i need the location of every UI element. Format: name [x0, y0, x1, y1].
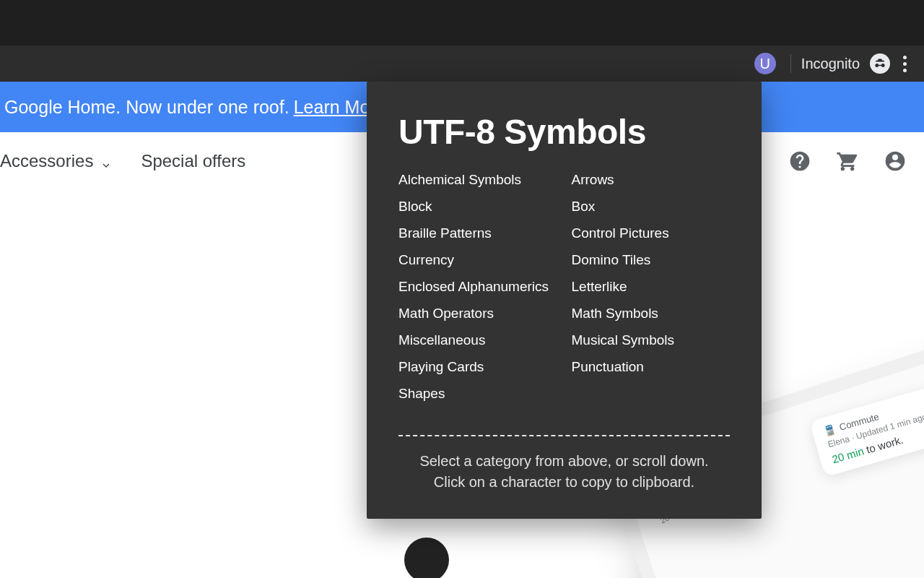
category-link[interactable]: Miscellaneous [398, 332, 557, 348]
nav-special-offers[interactable]: Special offers [141, 151, 245, 171]
nav-accessories-label: Accessories [0, 151, 93, 171]
browser-menu-icon[interactable] [900, 56, 910, 72]
category-link[interactable]: Math Operators [398, 306, 557, 322]
popup-instructions: Select a category from above, or scroll … [398, 451, 730, 493]
category-list: Alchemical Symbols Arrows Block Box Brai… [398, 172, 730, 402]
incognito-icon[interactable] [870, 53, 890, 74]
decorative-sphere [404, 538, 449, 578]
help-icon[interactable] [788, 150, 811, 173]
chevron-down-icon [100, 155, 112, 167]
category-link[interactable]: Shapes [398, 386, 557, 402]
browser-toolbar: U Incognito [0, 46, 924, 82]
extension-badge[interactable]: U [754, 53, 776, 74]
promo-text: Google Home. Now under one roof. [4, 97, 289, 118]
category-link[interactable]: Musical Symbols [572, 332, 731, 348]
extension-popup: UTF-8 Symbols Alchemical Symbols Arrows … [367, 82, 762, 519]
category-link[interactable]: Playing Cards [398, 359, 557, 375]
category-link[interactable]: Currency [398, 252, 557, 268]
popup-title: UTF-8 Symbols [398, 112, 730, 152]
category-link[interactable]: Letterlike [572, 279, 731, 295]
toolbar-divider [790, 54, 791, 73]
nav-accessories[interactable]: Accessories [0, 151, 112, 171]
category-link[interactable]: Block [398, 199, 557, 215]
category-link[interactable]: Arrows [572, 172, 731, 188]
account-icon[interactable] [884, 150, 907, 173]
category-link[interactable]: Enclosed Alphanumerics [398, 279, 557, 295]
cart-icon[interactable] [836, 150, 859, 173]
category-link[interactable]: Domino Tiles [572, 252, 731, 268]
transit-icon: 🚆 [823, 423, 837, 437]
divider [398, 435, 730, 436]
category-link[interactable]: Punctuation [572, 359, 731, 375]
category-link[interactable]: Box [572, 199, 731, 215]
incognito-label: Incognito [801, 56, 860, 72]
browser-tab-strip [0, 0, 924, 46]
commute-card: 🚆Commute Elena · Updated 1 min ago 20 mi… [809, 384, 924, 477]
category-link[interactable]: Alchemical Symbols [398, 172, 557, 188]
category-link[interactable]: Braille Patterns [398, 225, 557, 241]
category-link[interactable]: Control Pictures [572, 225, 731, 241]
category-link[interactable]: Math Symbols [572, 306, 731, 322]
nav-special-offers-label: Special offers [141, 151, 245, 171]
promo-learn-more-link[interactable]: Learn Mo [294, 97, 370, 118]
